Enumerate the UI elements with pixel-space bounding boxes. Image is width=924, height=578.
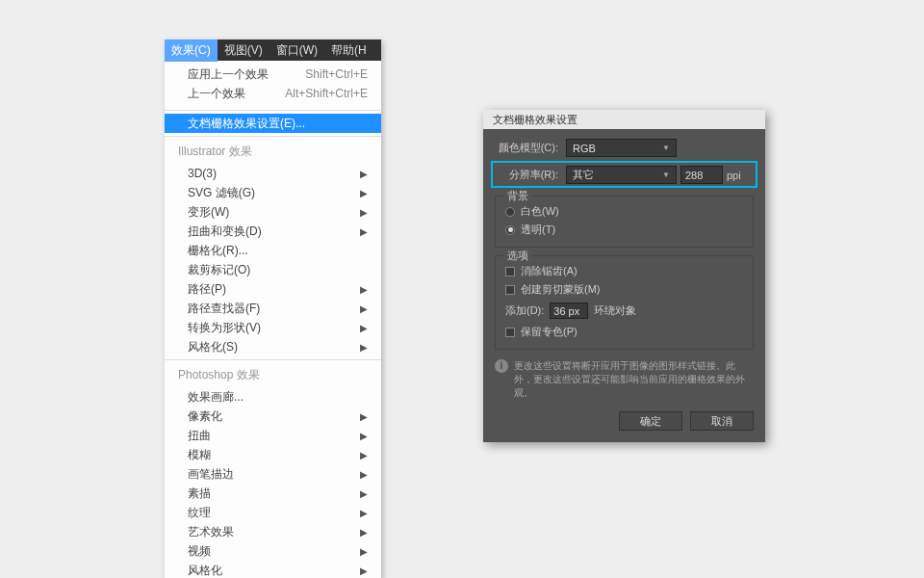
info-note: i 更改这些设置将断开应用于图像的图形样式链接。此外，更改这些设置还可能影响当前…	[495, 359, 754, 400]
menu-shortcut: Shift+Ctrl+E	[305, 67, 368, 81]
menu-item[interactable]: 素描▶	[165, 484, 381, 503]
menu-separator	[165, 110, 381, 111]
menu-shortcut: Alt+Shift+Ctrl+E	[285, 87, 368, 100]
menu-label: 艺术效果	[188, 524, 234, 540]
menu-item[interactable]: 路径(P)▶	[165, 279, 381, 299]
submenu-arrow-icon: ▶	[360, 450, 368, 460]
menu-label: 上一个效果	[188, 86, 245, 102]
menu-raster-settings[interactable]: 文档栅格效果设置(E)...	[165, 114, 381, 133]
radio-label: 白色(W)	[521, 204, 559, 219]
check-label: 创建剪切蒙版(M)	[521, 282, 601, 297]
menu-label: 3D(3)	[188, 167, 217, 180]
menubar-view[interactable]: 视图(V)	[218, 39, 270, 62]
cancel-button[interactable]: 取消	[690, 411, 754, 431]
options-group: 选项 消除锯齿(A) 创建剪切蒙版(M) 添加(D): 环绕对象 保留专色(P)	[495, 255, 754, 350]
ok-button[interactable]: 确定	[619, 411, 682, 431]
menu-item[interactable]: 栅格化(R)...	[165, 241, 381, 260]
radio-icon	[505, 207, 515, 217]
submenu-arrow-icon: ▶	[360, 342, 368, 353]
dropdown-value: 其它	[573, 168, 594, 182]
menu-item[interactable]: 变形(W)▶	[165, 202, 381, 222]
menu-label: 变形(W)	[188, 204, 229, 221]
resolution-input[interactable]	[680, 166, 723, 184]
check-label: 保留专色(P)	[521, 325, 578, 339]
resolution-unit: ppi	[727, 170, 741, 181]
info-text: 更改这些设置将断开应用于图像的图形样式链接。此外，更改这些设置还可能影响当前应用…	[514, 359, 754, 400]
submenu-arrow-icon: ▶	[360, 546, 368, 557]
chevron-down-icon: ▼	[662, 171, 670, 179]
submenu-arrow-icon: ▶	[360, 284, 368, 295]
menu-label: 素描	[188, 486, 211, 502]
menu-item[interactable]: 模糊▶	[165, 445, 381, 464]
menu-item[interactable]: 路径查找器(F)▶	[165, 299, 381, 318]
menu-item[interactable]: 效果画廊...	[165, 387, 381, 407]
add-around-input[interactable]	[550, 302, 588, 319]
menu-label: 模糊	[188, 447, 211, 463]
check-label: 消除锯齿(A)	[521, 264, 578, 278]
menu-item[interactable]: 3D(3)▶	[165, 164, 381, 183]
menu-apply-last-effect[interactable]: 应用上一个效果 Shift+Ctrl+E	[165, 65, 381, 84]
menu-group-header-photoshop: Photoshop 效果	[165, 363, 381, 387]
submenu-arrow-icon: ▶	[360, 488, 368, 499]
menu-item[interactable]: 扭曲▶	[165, 426, 381, 445]
menu-label: SVG 滤镜(G)	[188, 185, 255, 201]
color-model-dropdown[interactable]: RGB ▼	[566, 139, 677, 157]
menu-label: 风格化(S)	[188, 339, 238, 355]
menu-label: 视频	[188, 543, 211, 560]
menu-item[interactable]: 转换为形状(V)▶	[165, 318, 381, 337]
submenu-arrow-icon: ▶	[360, 565, 368, 576]
radio-label: 透明(T)	[521, 223, 555, 237]
menu-item[interactable]: 画笔描边▶	[165, 464, 381, 484]
menu-item[interactable]: 裁剪标记(O)	[165, 260, 381, 279]
info-icon: i	[495, 359, 508, 373]
submenu-arrow-icon: ▶	[360, 323, 368, 333]
submenu-arrow-icon: ▶	[360, 508, 368, 518]
menu-item[interactable]: 扭曲和变换(D)▶	[165, 222, 381, 241]
menu-label: 路径(P)	[188, 281, 226, 298]
submenu-arrow-icon: ▶	[360, 411, 368, 422]
background-group-title: 背景	[503, 189, 532, 203]
menu-label: 效果画廊...	[188, 389, 244, 406]
menu-bar: 效果(C) 视图(V) 窗口(W) 帮助(H	[165, 39, 381, 61]
menu-last-effect[interactable]: 上一个效果 Alt+Shift+Ctrl+E	[165, 84, 381, 103]
add-around-suffix: 环绕对象	[594, 303, 636, 318]
menubar-effects[interactable]: 效果(C)	[165, 39, 218, 62]
dropdown-value: RGB	[573, 143, 596, 154]
menu-label: 文档栅格效果设置(E)...	[188, 116, 305, 132]
menu-label: 扭曲和变换(D)	[188, 223, 262, 240]
submenu-arrow-icon: ▶	[360, 207, 368, 218]
submenu-arrow-icon: ▶	[360, 469, 368, 480]
background-group: 背景 白色(W) 透明(T)	[495, 196, 754, 248]
menu-item[interactable]: SVG 滤镜(G)▶	[165, 183, 381, 202]
menu-group-header-illustrator: Illustrator 效果	[165, 140, 381, 164]
menu-item[interactable]: 视频▶	[165, 541, 381, 561]
antialias-check-row[interactable]: 消除锯齿(A)	[505, 262, 743, 280]
menu-item[interactable]: 风格化▶	[165, 561, 381, 578]
menu-item[interactable]: 像素化▶	[165, 407, 381, 426]
chevron-down-icon: ▼	[662, 144, 670, 152]
resolution-dropdown[interactable]: 其它 ▼	[566, 166, 677, 184]
menu-label: 风格化	[188, 563, 222, 579]
checkbox-icon	[505, 285, 515, 295]
menubar-help[interactable]: 帮助(H	[324, 39, 373, 62]
menu-label: 裁剪标记(O)	[188, 262, 250, 278]
submenu-arrow-icon: ▶	[360, 169, 368, 179]
menubar-window[interactable]: 窗口(W)	[270, 39, 324, 62]
submenu-arrow-icon: ▶	[360, 188, 368, 198]
raster-settings-dialog: 文档栅格效果设置 颜色模型(C): RGB ▼ 分辨率(R): 其它 ▼ ppi…	[483, 110, 765, 442]
spot-color-check-row[interactable]: 保留专色(P)	[505, 323, 743, 341]
resolution-highlight: 分辨率(R): 其它 ▼ ppi	[491, 161, 757, 188]
bg-transparent-radio-row[interactable]: 透明(T)	[505, 221, 743, 239]
menu-item[interactable]: 纹理▶	[165, 503, 381, 522]
clipmask-check-row[interactable]: 创建剪切蒙版(M)	[505, 280, 743, 299]
bg-white-radio-row[interactable]: 白色(W)	[505, 202, 743, 221]
menu-item[interactable]: 艺术效果▶	[165, 522, 381, 541]
menu-label: 转换为形状(V)	[188, 320, 261, 336]
submenu-arrow-icon: ▶	[360, 303, 368, 314]
menu-item[interactable]: 风格化(S)▶	[165, 337, 381, 356]
effects-menu: 效果(C) 视图(V) 窗口(W) 帮助(H 应用上一个效果 Shift+Ctr…	[165, 39, 381, 578]
add-around-label: 添加(D):	[505, 303, 544, 318]
checkbox-icon	[505, 267, 515, 276]
menu-label: 像素化	[188, 408, 222, 425]
menu-separator	[165, 359, 381, 360]
